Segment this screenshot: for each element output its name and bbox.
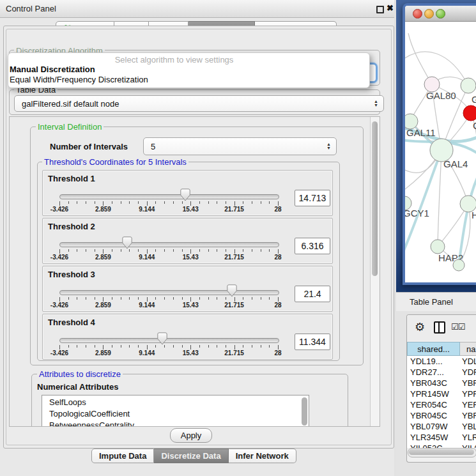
table-panel-titlebar: Table Panel <box>396 292 476 312</box>
column-header-name[interactable]: na <box>460 342 476 356</box>
cell-shared-name: YDL19... <box>407 356 459 367</box>
table-hscrollbar[interactable] <box>408 448 476 457</box>
network-window[interactable]: GAL80GACGAL11GAL4GCY1HHAP2 <box>403 3 476 285</box>
threshold-slider-track[interactable] <box>59 194 279 199</box>
tick-label: 15.43 <box>183 206 199 213</box>
network-node-label: H <box>472 210 476 220</box>
number-of-intervals-spinner[interactable]: 5 ▲▼ <box>143 137 337 155</box>
float-window-icon[interactable] <box>376 6 384 13</box>
threshold-value-field[interactable] <box>295 286 330 302</box>
table-row[interactable]: YBL079WYBL0 <box>407 421 476 432</box>
control-panel-title: Control Panel <box>6 4 56 13</box>
cell-shared-name: YDR27... <box>407 367 459 378</box>
cell-name: YDL1 <box>459 356 476 367</box>
thresholds-group: Threshold's Coordinates for 5 Intervals … <box>37 162 340 361</box>
cell-name: YDR2 <box>459 367 476 378</box>
threshold-value-field[interactable] <box>295 190 330 206</box>
attributes-group: Attributes to discretize Numerical Attri… <box>31 374 348 427</box>
attributes-list-scrollbar[interactable] <box>302 397 307 426</box>
thresholds-group-title: Threshold's Coordinates for 5 Intervals <box>42 157 188 167</box>
network-view[interactable]: GAL80GACGAL11GAL4GCY1HHAP2 <box>405 22 476 277</box>
network-node[interactable] <box>453 259 464 271</box>
tick-label: 15.43 <box>183 349 199 357</box>
table-row[interactable]: YER054CYER0 <box>407 399 476 410</box>
tick-label: 9.144 <box>139 302 155 309</box>
apply-button[interactable]: Apply <box>170 428 212 443</box>
spinner-arrows-icon: ▲▼ <box>326 142 331 150</box>
tab-discretize-data[interactable]: Discretize Data <box>154 449 228 463</box>
table-row[interactable]: YDR27...YDR2 <box>407 367 476 378</box>
network-window-titlebar[interactable] <box>405 6 476 22</box>
table-header-row: shared... na <box>407 342 476 356</box>
table-panel: ⚙ ☑☑ shared... na YDL19...YDL1YDR27...YD… <box>406 314 476 463</box>
column-header-shared[interactable]: shared... <box>407 342 460 356</box>
algorithm-popup-hint: Select algorithm to view settings <box>8 55 369 65</box>
table-row[interactable]: YIL052CYIL0 <box>407 443 476 448</box>
table-body: YDL19...YDL1YDR27...YDR2YBR043CYBR0YPR14… <box>407 356 476 448</box>
algorithm-dropdown-popup: Select algorithm to view settings Manual… <box>8 52 370 88</box>
settings-scrollbar-thumb[interactable] <box>372 121 378 276</box>
network-node-hap2[interactable] <box>431 240 445 254</box>
attribute-item-betweennesscentrality[interactable]: BetweennessCentrality <box>42 420 309 427</box>
algorithm-option-equal-width-frequency-discretization[interactable]: Equal Width/Frequency Discretization <box>10 75 148 84</box>
minimize-traffic-light-icon[interactable] <box>424 9 434 19</box>
control-panel-titlebar: Control Panel ✖ <box>0 0 394 18</box>
threshold-label: Threshold 2 <box>48 222 95 231</box>
table-data-value: galFiltered.sif default node <box>22 99 119 109</box>
gear-icon[interactable]: ⚙ <box>415 320 425 334</box>
tick-label: 9.144 <box>139 349 155 357</box>
tick-label: -3.426 <box>50 206 68 213</box>
threshold-panel: Threshold 3 -3.4262.8599.14415.4321.7152… <box>42 266 333 312</box>
cell-shared-name: YER054C <box>407 399 459 410</box>
table-data-combobox[interactable]: galFiltered.sif default node ▲▼ <box>14 95 384 112</box>
threshold-slider-thumb[interactable] <box>180 188 190 201</box>
tick-label: 21.715 <box>224 254 244 261</box>
tick-label: -3.426 <box>50 349 68 357</box>
close-icon[interactable]: ✖ <box>387 3 394 13</box>
algorithm-option-manual-discretization[interactable]: Manual Discretization <box>10 65 95 74</box>
threshold-slider-thumb[interactable] <box>157 332 167 345</box>
tick-label: 28 <box>274 206 281 213</box>
network-node-ga[interactable] <box>461 78 476 93</box>
network-node-label: C <box>473 120 476 131</box>
columns-icon[interactable] <box>434 321 445 334</box>
tick-label: 15.43 <box>183 254 199 261</box>
table-row[interactable]: YBR045CYBR0 <box>407 410 476 421</box>
tick-label: 21.715 <box>224 349 244 357</box>
cell-shared-name: YBR045C <box>407 410 459 421</box>
network-node-label: GAL11 <box>406 127 436 138</box>
attribute-item-selfloops[interactable]: SelfLoops <box>42 397 309 408</box>
table-row[interactable]: YDL19...YDL1 <box>407 356 476 367</box>
tab-impute-data[interactable]: Impute Data <box>91 449 154 463</box>
numerical-attributes-list[interactable]: SelfLoopsTopologicalCoefficientBetweenne… <box>42 395 309 427</box>
tab-infer-network[interactable]: Infer Network <box>229 449 296 463</box>
table-row[interactable]: YBR043CYBR0 <box>407 378 476 388</box>
threshold-slider-track[interactable] <box>59 338 279 343</box>
cell-name: YPR1 <box>459 388 476 399</box>
table-hscrollbar-thumb[interactable] <box>409 449 474 455</box>
threshold-value-field[interactable] <box>295 334 330 350</box>
table-row[interactable]: YLR345WYLR3 <box>407 432 476 443</box>
cell-shared-name: YIL052C <box>407 443 459 448</box>
tick-label: 2.859 <box>95 206 111 213</box>
close-traffic-light-icon[interactable] <box>413 9 422 19</box>
threshold-slider-track[interactable] <box>59 242 279 247</box>
network-node-label: GAL80 <box>426 90 456 101</box>
cell-name: YBL0 <box>459 421 476 432</box>
threshold-label: Threshold 1 <box>48 174 95 183</box>
zoom-traffic-light-icon[interactable] <box>436 9 445 19</box>
threshold-value-field[interactable] <box>295 238 330 254</box>
threshold-slider-track[interactable] <box>59 290 279 295</box>
cell-name: YBR0 <box>459 378 476 388</box>
attribute-item-topologicalcoefficient[interactable]: TopologicalCoefficient <box>42 408 309 420</box>
tick-label: 21.715 <box>224 302 244 309</box>
interval-definition-title: Interval Definition <box>36 122 104 132</box>
network-node-c[interactable] <box>463 105 476 121</box>
network-node-label: GCY1 <box>405 208 429 219</box>
select-columns-icon[interactable]: ☑☑ <box>451 322 464 332</box>
number-of-intervals-label: Number of Intervals <box>50 142 128 151</box>
threshold-slider-thumb[interactable] <box>122 236 132 249</box>
threshold-slider-thumb[interactable] <box>227 284 237 297</box>
table-row[interactable]: YPR145WYPR1 <box>407 388 476 399</box>
settings-scrollbar[interactable] <box>370 117 380 426</box>
